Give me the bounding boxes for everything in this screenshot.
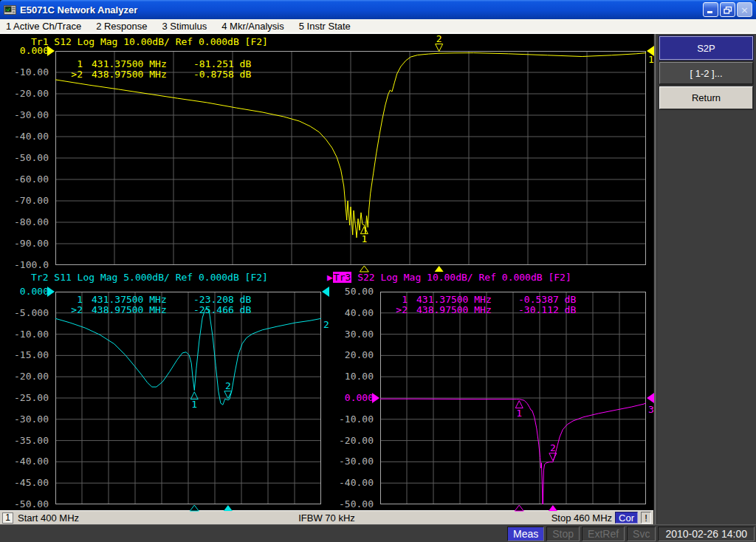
y-axis-label: -60.00 bbox=[8, 174, 49, 185]
tr3-active-indicator: ▶ bbox=[327, 272, 333, 283]
start-frequency: Start 400 MHz bbox=[18, 512, 79, 524]
tr2-s11-plot bbox=[55, 292, 321, 504]
minimize-button[interactable] bbox=[703, 2, 718, 17]
window-title: E5071C Network Analyzer bbox=[20, 4, 703, 16]
menu-bar: 1 Active Ch/Trace 2 Response 3 Stimulus … bbox=[0, 19, 756, 34]
stimulus-status-bar: 1 Start 400 MHz IFBW 70 kHz Stop 460 MHz… bbox=[0, 510, 653, 524]
y-axis-label: -90.00 bbox=[8, 238, 49, 250]
softkey-s2p[interactable]: S2P bbox=[659, 36, 753, 60]
meas-status-badge: Meas bbox=[507, 526, 544, 541]
marker-readout-cell: 431.37500 MHz bbox=[408, 295, 514, 305]
y-axis-label: -40.00 bbox=[8, 131, 49, 143]
extref-status-badge: ExtRef bbox=[582, 526, 625, 541]
marker-readout-cell: -25.466 dB bbox=[189, 305, 251, 315]
softkey-scroll-strip bbox=[654, 34, 657, 524]
y-axis-label: -35.00 bbox=[8, 435, 49, 447]
y-axis-label: -50.00 bbox=[333, 498, 374, 510]
y-axis-label: -30.00 bbox=[8, 109, 49, 121]
marker-readout-cell: 438.97500 MHz bbox=[83, 69, 189, 80]
y-axis-label: -25.00 bbox=[8, 392, 49, 404]
marker-readout-cell: -23.208 dB bbox=[189, 295, 251, 305]
marker-readout-cell: >2 bbox=[63, 69, 83, 80]
marker-readout-cell: 438.97500 MHz bbox=[408, 305, 514, 315]
y-axis-label: -10.00 bbox=[333, 414, 374, 425]
y-axis-label: 40.00 bbox=[333, 307, 374, 319]
tr3-scale-label: S22 Log Mag 10.00dB/ Ref 0.000dB [F2] bbox=[351, 272, 571, 283]
tr1-marker-readout: 1431.37500 MHz-81.251 dB>2438.97500 MHz-… bbox=[63, 59, 251, 80]
marker-readout-row: >2438.97500 MHz-30.112 dB bbox=[388, 305, 576, 315]
y-axis-label: -50.00 bbox=[8, 152, 49, 164]
y-axis-label: -40.00 bbox=[8, 456, 49, 467]
menu-response[interactable]: 2 Response bbox=[96, 21, 147, 32]
marker-readout-cell: 431.37500 MHz bbox=[83, 295, 189, 305]
marker-readout-cell: 1 bbox=[63, 295, 83, 305]
y-axis-label: -100.0 bbox=[8, 259, 49, 271]
stop-frequency: Stop 460 MHz bbox=[551, 512, 612, 524]
menu-stimulus[interactable]: 3 Stimulus bbox=[162, 21, 207, 32]
system-status-bar: Meas Stop ExtRef Svc 2010-02-26 14:00 bbox=[0, 524, 756, 542]
tr3-marker-readout: 1431.37500 MHz-0.5387 dB>2438.97500 MHz-… bbox=[388, 295, 576, 315]
y-axis-label: -20.00 bbox=[8, 88, 49, 100]
marker-readout-cell: 1 bbox=[63, 59, 83, 69]
y-axis-label: -15.00 bbox=[8, 349, 49, 361]
menu-active-ch-trace[interactable]: 1 Active Ch/Trace bbox=[6, 21, 81, 32]
marker-readout-row: 1431.37500 MHz-81.251 dB bbox=[63, 59, 251, 69]
tr3-s22-plot bbox=[380, 292, 646, 504]
tr2-marker-readout: 1431.37500 MHz-23.208 dB>2438.97500 MHz-… bbox=[63, 295, 251, 315]
restore-button[interactable] bbox=[720, 2, 735, 17]
menu-mkr-analysis[interactable]: 4 Mkr/Analysis bbox=[221, 21, 284, 32]
minimize-icon bbox=[707, 6, 715, 14]
y-axis-label: -20.00 bbox=[8, 371, 49, 383]
marker-readout-cell: 438.97500 MHz bbox=[83, 305, 189, 315]
tr2-header: Tr2 S11 Log Mag 5.000dB/ Ref 0.000dB [F2… bbox=[31, 272, 268, 284]
tr2-trace-label[interactable]: Tr2 bbox=[31, 272, 48, 283]
marker-readout-cell: >2 bbox=[388, 305, 408, 315]
y-axis-label: -10.00 bbox=[8, 329, 49, 340]
ref-level-label: 0.000 bbox=[8, 45, 49, 57]
marker-readout-row: >2438.97500 MHz-0.8758 dB bbox=[63, 69, 251, 80]
y-axis-label: 30.00 bbox=[333, 329, 374, 340]
marker-readout-cell: -30.112 dB bbox=[514, 305, 576, 315]
menu-instr-state[interactable]: 5 Instr State bbox=[299, 21, 351, 32]
marker-readout-row: 1431.37500 MHz-0.5387 dB bbox=[388, 295, 576, 305]
tr3-trace-label[interactable]: Tr3 bbox=[333, 272, 351, 283]
stop-status-badge: Stop bbox=[546, 526, 580, 541]
alert-badge: ! bbox=[641, 512, 651, 524]
marker-readout-row: 1431.37500 MHz-23.208 dB bbox=[63, 295, 251, 305]
marker-readout-cell: -0.5387 dB bbox=[514, 295, 576, 305]
y-axis-label: -80.00 bbox=[8, 216, 49, 228]
marker-readout-cell: -0.8758 dB bbox=[189, 69, 251, 80]
softkey-1-2[interactable]: [ 1-2 ]... bbox=[659, 62, 753, 84]
marker-readout-cell: >2 bbox=[63, 305, 83, 315]
y-axis-label: -70.00 bbox=[8, 195, 49, 207]
e5071c-application-window: E5071C Network Analyzer × 1 Active Ch/Tr… bbox=[0, 0, 756, 542]
tr3-header: ▶Tr3 S22 Log Mag 10.00dB/ Ref 0.000dB [F… bbox=[327, 272, 571, 284]
channel-number-box: 1 bbox=[2, 512, 13, 524]
y-axis-label: -10.00 bbox=[8, 66, 49, 78]
close-button[interactable]: × bbox=[737, 2, 752, 17]
ref-level-label: 0.000 bbox=[333, 392, 374, 404]
tr2-scale-label: S11 Log Mag 5.000dB/ Ref 0.000dB [F2] bbox=[48, 272, 267, 283]
marker-readout-cell: -81.251 dB bbox=[189, 59, 251, 69]
y-axis-label: -30.00 bbox=[8, 414, 49, 425]
ifbw-value: IFBW 70 kHz bbox=[298, 512, 355, 524]
tr1-scale-label: S12 Log Mag 10.00dB/ Ref 0.000dB [F2] bbox=[48, 36, 267, 47]
y-axis-label: -5.000 bbox=[8, 307, 49, 319]
y-axis-label: 10.00 bbox=[333, 371, 374, 383]
y-axis-label: -30.00 bbox=[333, 456, 374, 467]
svc-status-badge: Svc bbox=[627, 526, 656, 541]
restore-icon bbox=[724, 6, 732, 14]
datetime-display: 2010-02-26 14:00 bbox=[658, 526, 755, 541]
y-axis-label: -20.00 bbox=[333, 435, 374, 447]
window-titlebar: E5071C Network Analyzer × bbox=[0, 0, 756, 19]
correction-badge: Cor bbox=[615, 512, 638, 524]
analyzer-app-icon bbox=[4, 4, 16, 16]
softkey-return[interactable]: Return bbox=[659, 86, 753, 109]
marker-readout-row: >2438.97500 MHz-25.466 dB bbox=[63, 305, 251, 315]
y-axis-label: -40.00 bbox=[333, 477, 374, 489]
tr1-header: Tr1 S12 Log Mag 10.00dB/ Ref 0.000dB [F2… bbox=[31, 36, 268, 48]
marker-readout-cell: 431.37500 MHz bbox=[83, 59, 189, 69]
marker-readout-cell: 1 bbox=[388, 295, 408, 305]
tr1-s12-plot bbox=[55, 51, 646, 265]
y-axis-label: -50.00 bbox=[8, 498, 49, 510]
